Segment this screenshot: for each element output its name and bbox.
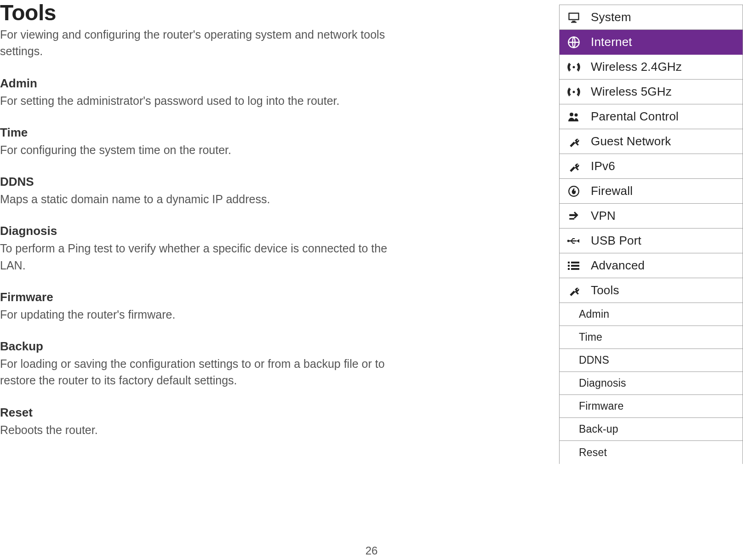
submenu-item-firmware[interactable]: Firmware xyxy=(560,395,743,418)
submenu-label: Back-up xyxy=(579,423,743,435)
section-title: Firmware xyxy=(0,290,400,304)
menu-item-usb[interactable]: USB Port xyxy=(560,229,743,253)
tools-icon xyxy=(560,285,588,297)
people-icon xyxy=(560,111,588,122)
section-desc: For loading or saving the configuration … xyxy=(0,355,400,389)
section-title: DDNS xyxy=(0,175,400,189)
section-title: Diagnosis xyxy=(0,224,400,238)
document-body: Tools For viewing and configuring the ro… xyxy=(0,0,405,455)
svg-point-8 xyxy=(575,113,578,116)
section-firmware: Firmware For updating the router's firmw… xyxy=(0,290,400,323)
section-desc: Reboots the router. xyxy=(0,422,400,438)
list-icon xyxy=(560,261,588,271)
submenu-item-diagnosis[interactable]: Diagnosis xyxy=(560,372,743,395)
menu-label: System xyxy=(588,10,743,24)
submenu-item-reset[interactable]: Reset xyxy=(560,441,743,464)
menu-label: Wireless 5GHz xyxy=(588,85,743,99)
section-desc: For configuring the system time on the r… xyxy=(0,142,400,158)
menu-item-parental[interactable]: Parental Control xyxy=(560,104,743,129)
submenu-item-backup[interactable]: Back-up xyxy=(560,418,743,441)
submenu-item-ddns[interactable]: DDNS xyxy=(560,349,743,372)
globe-icon xyxy=(560,36,588,49)
section-title: Admin xyxy=(0,76,400,91)
usb-icon xyxy=(560,236,588,246)
menu-item-firewall[interactable]: Firewall xyxy=(560,179,743,204)
svg-point-6 xyxy=(573,91,575,93)
menu-label: Parental Control xyxy=(588,109,743,124)
section-desc: To perform a Ping test to verify whether… xyxy=(0,240,400,274)
submenu-label: Diagnosis xyxy=(579,377,743,389)
section-desc: For updating the router's firmware. xyxy=(0,306,400,323)
section-desc: For setting the administrator's password… xyxy=(0,92,400,109)
svg-rect-1 xyxy=(570,13,578,19)
submenu-label: Admin xyxy=(579,308,743,320)
page-intro: For viewing and configuring the router's… xyxy=(0,26,400,60)
arrows-icon xyxy=(560,210,588,222)
submenu-item-time[interactable]: Time xyxy=(560,326,743,349)
submenu-item-admin[interactable]: Admin xyxy=(560,303,743,326)
wifi-icon xyxy=(560,63,588,72)
section-backup: Backup For loading or saving the configu… xyxy=(0,339,400,389)
monitor-icon xyxy=(560,11,588,24)
menu-item-advanced[interactable]: Advanced xyxy=(560,253,743,278)
sidebar-menu: System Internet Wireless 2.4GHz Wireless… xyxy=(559,5,743,464)
section-desc: Maps a static domain name to a dynamic I… xyxy=(0,191,400,207)
submenu-label: Reset xyxy=(579,446,743,459)
menu-label: Advanced xyxy=(588,258,743,273)
menu-item-wireless24[interactable]: Wireless 2.4GHz xyxy=(560,55,743,80)
menu-label: VPN xyxy=(588,209,743,223)
wifi-icon xyxy=(560,87,588,97)
menu-label: Internet xyxy=(588,35,743,49)
submenu-label: Time xyxy=(579,331,743,343)
section-time: Time For configuring the system time on … xyxy=(0,126,400,158)
svg-rect-16 xyxy=(568,268,570,270)
svg-rect-17 xyxy=(571,268,579,270)
menu-label: Wireless 2.4GHz xyxy=(588,60,743,74)
svg-point-7 xyxy=(570,113,573,116)
menu-label: Firewall xyxy=(588,184,743,198)
menu-label: Tools xyxy=(588,283,743,297)
svg-point-5 xyxy=(573,66,575,68)
section-title: Backup xyxy=(0,339,400,354)
menu-item-vpn[interactable]: VPN xyxy=(560,204,743,229)
section-ddns: DDNS Maps a static domain name to a dyna… xyxy=(0,175,400,207)
menu-label: Guest Network xyxy=(588,134,743,149)
page-number: 26 xyxy=(0,544,743,557)
section-title: Reset xyxy=(0,406,400,420)
menu-item-guest[interactable]: Guest Network xyxy=(560,129,743,154)
svg-rect-2 xyxy=(572,21,576,22)
svg-rect-15 xyxy=(571,265,579,267)
tools-icon xyxy=(560,160,588,172)
menu-item-tools[interactable]: Tools xyxy=(560,278,743,303)
svg-rect-3 xyxy=(571,22,577,23)
svg-rect-10 xyxy=(569,218,574,219)
menu-item-system[interactable]: System xyxy=(560,5,743,30)
svg-rect-14 xyxy=(568,265,570,267)
section-title: Time xyxy=(0,126,400,140)
menu-item-internet[interactable]: Internet xyxy=(560,30,743,55)
svg-rect-13 xyxy=(571,262,579,263)
page-title: Tools xyxy=(0,0,400,25)
flame-icon xyxy=(560,185,588,197)
svg-rect-12 xyxy=(568,262,570,263)
section-diagnosis: Diagnosis To perform a Ping test to veri… xyxy=(0,224,400,274)
menu-item-wireless5[interactable]: Wireless 5GHz xyxy=(560,80,743,104)
menu-item-ipv6[interactable]: IPv6 xyxy=(560,154,743,179)
menu-label: IPv6 xyxy=(588,159,743,173)
section-reset: Reset Reboots the router. xyxy=(0,406,400,438)
section-admin: Admin For setting the administrator's pa… xyxy=(0,76,400,109)
tools-icon xyxy=(560,136,588,148)
submenu-label: Firmware xyxy=(579,400,743,412)
menu-label: USB Port xyxy=(588,234,743,248)
submenu-label: DDNS xyxy=(579,354,743,366)
svg-point-11 xyxy=(567,240,570,242)
